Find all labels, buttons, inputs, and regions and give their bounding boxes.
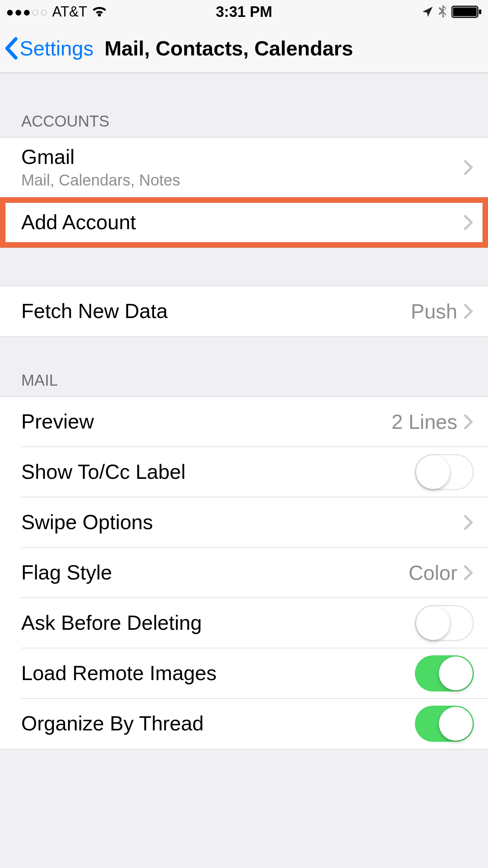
flag-style-row[interactable]: Flag Style Color <box>0 548 488 598</box>
section-header-mail: Mail <box>0 337 488 396</box>
fetch-value: Push <box>411 300 457 323</box>
flag-style-value: Color <box>409 561 457 585</box>
chevron-right-icon <box>463 564 474 581</box>
mail-group: Preview 2 Lines Show To/Cc Label Swipe O… <box>0 396 488 749</box>
fetch-group: Fetch New Data Push <box>0 286 488 337</box>
chevron-right-icon <box>463 159 474 176</box>
clock-label: 3:31 PM <box>216 4 272 20</box>
account-subtitle: Mail, Calendars, Notes <box>21 171 463 189</box>
chevron-right-icon <box>463 214 474 231</box>
back-button[interactable]: Settings <box>3 36 94 61</box>
navigation-bar: Settings Mail, Contacts, Calendars <box>0 24 488 73</box>
account-row-gmail[interactable]: Gmail Mail, Calendars, Notes <box>0 138 488 197</box>
swipe-options-row[interactable]: Swipe Options <box>0 497 488 548</box>
section-header-accounts: Accounts <box>0 73 488 137</box>
carrier-label: AT&T <box>52 4 87 20</box>
chevron-right-icon <box>463 303 474 320</box>
load-remote-images-row: Load Remote Images <box>0 648 488 699</box>
page-title: Mail, Contacts, Calendars <box>105 37 353 60</box>
accounts-group: Gmail Mail, Calendars, Notes Add Account <box>0 137 488 248</box>
add-account-label: Add Account <box>21 211 463 234</box>
location-icon <box>422 6 433 18</box>
wifi-icon <box>91 6 108 18</box>
load-remote-images-label: Load Remote Images <box>21 662 415 685</box>
preview-value: 2 Lines <box>391 410 457 434</box>
show-to-cc-row: Show To/Cc Label <box>0 447 488 497</box>
flag-style-label: Flag Style <box>21 561 409 585</box>
ask-before-deleting-label: Ask Before Deleting <box>21 611 415 635</box>
ask-before-deleting-toggle[interactable] <box>415 605 474 641</box>
organize-by-thread-label: Organize By Thread <box>21 712 415 736</box>
bluetooth-icon <box>438 5 447 19</box>
chevron-left-icon <box>3 36 20 61</box>
preview-row[interactable]: Preview 2 Lines <box>0 397 488 447</box>
battery-icon <box>451 5 482 18</box>
ask-before-deleting-row: Ask Before Deleting <box>0 598 488 648</box>
fetch-label: Fetch New Data <box>21 300 411 323</box>
back-label: Settings <box>20 37 94 60</box>
show-to-cc-label: Show To/Cc Label <box>21 460 415 484</box>
swipe-options-label: Swipe Options <box>21 511 463 534</box>
organize-by-thread-row: Organize By Thread <box>0 699 488 749</box>
fetch-new-data-row[interactable]: Fetch New Data Push <box>0 286 488 337</box>
account-title: Gmail <box>21 145 463 169</box>
svg-rect-2 <box>479 9 481 14</box>
load-remote-images-toggle[interactable] <box>415 655 474 691</box>
add-account-row[interactable]: Add Account <box>0 197 488 248</box>
svg-rect-1 <box>453 7 477 16</box>
chevron-right-icon <box>463 413 474 430</box>
signal-strength-icon: ●●●○○ <box>6 4 48 20</box>
status-bar: ●●●○○ AT&T 3:31 PM <box>0 0 488 24</box>
preview-label: Preview <box>21 410 391 434</box>
organize-by-thread-toggle[interactable] <box>415 706 474 742</box>
chevron-right-icon <box>463 514 474 531</box>
show-to-cc-toggle[interactable] <box>415 454 474 490</box>
